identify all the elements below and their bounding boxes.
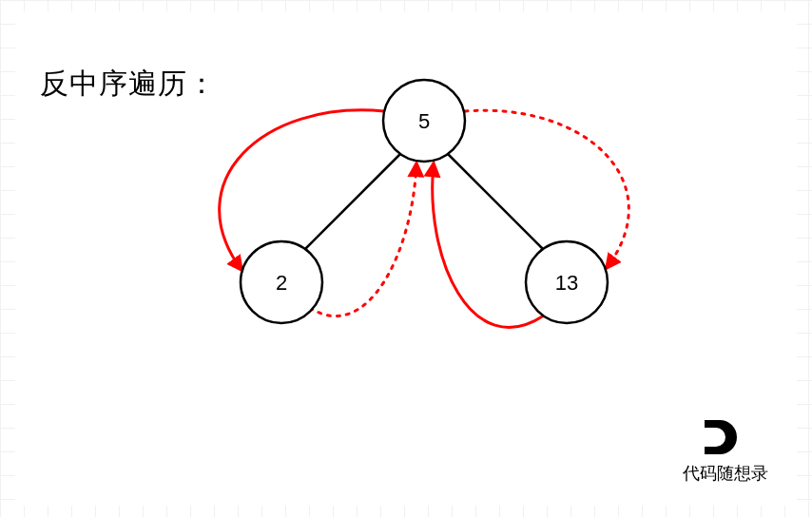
node-label: 2 [276,271,287,295]
tree-node-root: 5 [383,80,465,162]
edge-root-left [305,154,400,249]
traversal-arrow-left-to-root [310,163,416,316]
watermark: 代码随想录 [683,420,768,485]
watermark-logo-icon [705,420,746,458]
traversal-arrow-right-to-root [433,163,544,327]
node-label: 13 [555,271,578,295]
tree-node-right: 13 [526,241,608,323]
diagram-canvas: 反中序遍历： 5 2 13 [15,11,797,506]
traversal-arrow-root-to-right [465,110,628,268]
tree-svg: 5 2 13 [15,11,797,506]
edge-root-right [448,154,543,249]
tree-node-left: 2 [241,241,322,323]
node-label: 5 [418,109,430,133]
watermark-text: 代码随想录 [683,462,768,485]
